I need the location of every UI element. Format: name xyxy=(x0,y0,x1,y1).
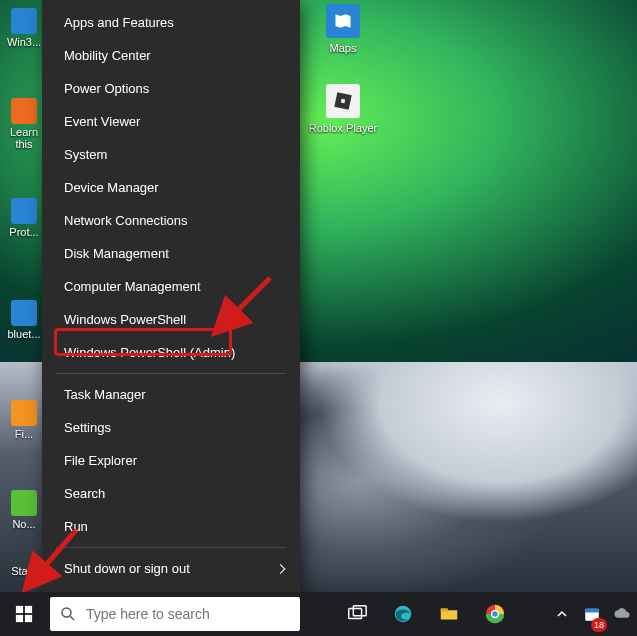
windows-logo-icon xyxy=(15,605,33,623)
roblox-icon xyxy=(326,84,360,118)
menu-item-label: Run xyxy=(64,519,88,534)
desktop-icon-partial[interactable]: bluet... xyxy=(2,300,46,340)
menu-item-label: Shut down or sign out xyxy=(64,561,190,576)
svg-rect-1 xyxy=(341,99,345,103)
menu-item-run[interactable]: Run xyxy=(42,510,300,543)
svg-rect-4 xyxy=(16,606,23,613)
menu-item-label: Disk Management xyxy=(64,246,169,261)
menu-separator xyxy=(56,373,286,374)
taskbar-app-file-explorer[interactable] xyxy=(426,592,472,636)
svg-rect-13 xyxy=(441,609,448,612)
svg-point-17 xyxy=(492,611,498,617)
menu-item-label: Device Manager xyxy=(64,180,159,195)
maps-icon xyxy=(326,4,360,38)
badge-count: 18 xyxy=(591,618,607,632)
desktop-icon-label: Maps xyxy=(308,42,378,54)
menu-item-windows-powershell[interactable]: Windows PowerShell xyxy=(42,303,300,336)
desktop-icon-partial[interactable]: Prot... xyxy=(2,198,46,238)
menu-item-label: Network Connections xyxy=(64,213,188,228)
tray-onedrive[interactable] xyxy=(607,592,637,636)
winx-menu: Apps and FeaturesMobility CenterPower Op… xyxy=(42,0,300,592)
menu-item-system[interactable]: System xyxy=(42,138,300,171)
menu-separator xyxy=(56,547,286,548)
svg-rect-7 xyxy=(25,615,32,622)
menu-item-label: File Explorer xyxy=(64,453,137,468)
menu-item-label: Power Options xyxy=(64,81,149,96)
menu-item-label: Windows PowerShell (Admin) xyxy=(64,345,235,360)
menu-item-file-explorer[interactable]: File Explorer xyxy=(42,444,300,477)
menu-item-power-options[interactable]: Power Options xyxy=(42,72,300,105)
task-view-button[interactable] xyxy=(334,592,380,636)
desktop-icon-partial[interactable]: Sta... xyxy=(2,565,46,577)
menu-item-label: Task Manager xyxy=(64,387,146,402)
taskbar-app-edge[interactable] xyxy=(380,592,426,636)
menu-item-search[interactable]: Search xyxy=(42,477,300,510)
svg-line-9 xyxy=(70,616,74,620)
menu-item-device-manager[interactable]: Device Manager xyxy=(42,171,300,204)
menu-item-mobility-center[interactable]: Mobility Center xyxy=(42,39,300,72)
task-view-icon xyxy=(346,603,368,625)
tray-calendar[interactable]: 18 xyxy=(577,592,607,636)
svg-rect-10 xyxy=(349,609,362,619)
menu-item-network-connections[interactable]: Network Connections xyxy=(42,204,300,237)
menu-item-label: Search xyxy=(64,486,105,501)
desktop-icon-label: Roblox Player xyxy=(308,122,378,134)
chrome-icon xyxy=(484,603,506,625)
menu-item-label: Mobility Center xyxy=(64,48,151,63)
search-icon xyxy=(50,605,86,623)
cloud-icon xyxy=(613,605,631,623)
menu-item-event-viewer[interactable]: Event Viewer xyxy=(42,105,300,138)
menu-item-disk-management[interactable]: Disk Management xyxy=(42,237,300,270)
folder-icon xyxy=(438,603,460,625)
menu-item-apps-and-features[interactable]: Apps and Features xyxy=(42,6,300,39)
menu-item-windows-powershell-admin[interactable]: Windows PowerShell (Admin) xyxy=(42,336,300,369)
svg-rect-6 xyxy=(16,615,23,622)
desktop-icon-partial[interactable]: Win3... xyxy=(2,8,46,48)
menu-item-shut-down-or-sign-out[interactable]: Shut down or sign out xyxy=(42,552,300,585)
desktop-icon-partial[interactable]: No... xyxy=(2,490,46,530)
desktop-icon-roblox-player[interactable]: Roblox Player xyxy=(308,84,378,134)
search-input[interactable] xyxy=(86,597,300,631)
menu-item-label: Event Viewer xyxy=(64,114,140,129)
desktop-icon-maps[interactable]: Maps xyxy=(308,4,378,54)
menu-item-task-manager[interactable]: Task Manager xyxy=(42,378,300,411)
menu-item-label: Apps and Features xyxy=(64,15,174,30)
svg-point-8 xyxy=(62,608,71,617)
menu-item-label: Settings xyxy=(64,420,111,435)
edge-icon xyxy=(392,603,414,625)
menu-item-computer-management[interactable]: Computer Management xyxy=(42,270,300,303)
menu-item-label: Windows PowerShell xyxy=(64,312,186,327)
taskbar-search[interactable] xyxy=(50,597,300,631)
tray-overflow[interactable] xyxy=(547,592,577,636)
desktop-icon-partial[interactable]: Fi... xyxy=(2,400,46,440)
chevron-up-icon xyxy=(556,608,568,620)
svg-rect-19 xyxy=(585,609,599,613)
menu-item-label: Computer Management xyxy=(64,279,201,294)
menu-item-label: System xyxy=(64,147,107,162)
desktop-icon-partial[interactable]: Learn this xyxy=(2,98,46,150)
svg-rect-5 xyxy=(25,606,32,613)
menu-item-settings[interactable]: Settings xyxy=(42,411,300,444)
start-button[interactable] xyxy=(0,592,48,636)
svg-rect-11 xyxy=(353,606,366,616)
taskbar: 18 xyxy=(0,592,637,636)
taskbar-app-chrome[interactable] xyxy=(472,592,518,636)
